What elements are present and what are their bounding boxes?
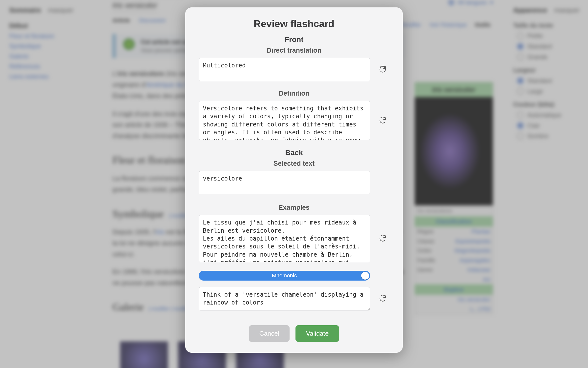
refresh-icon <box>379 66 386 73</box>
refresh-icon <box>379 117 386 124</box>
validate-button[interactable]: Validate <box>295 325 339 342</box>
direct-translation-input[interactable] <box>199 58 370 81</box>
definition-label: Definition <box>199 90 389 97</box>
regenerate-translation-button[interactable] <box>376 66 389 73</box>
selected-text-input[interactable] <box>199 171 370 194</box>
selected-text-label: Selected text <box>199 160 389 167</box>
review-flashcard-modal: Review flashcard Front Direct translatio… <box>185 7 403 353</box>
cancel-button[interactable]: Cancel <box>249 325 290 342</box>
regenerate-definition-button[interactable] <box>376 117 389 124</box>
regenerate-examples-button[interactable] <box>376 235 389 242</box>
mnemonic-toggle-label: Mnemonic <box>272 272 297 279</box>
mnemonic-input[interactable] <box>199 287 370 310</box>
mnemonic-toggle[interactable]: Mnemonic <box>199 271 370 281</box>
examples-label: Examples <box>199 204 389 211</box>
examples-input[interactable] <box>199 215 370 262</box>
toggle-knob <box>361 272 369 280</box>
front-heading: Front <box>199 35 389 44</box>
refresh-icon <box>379 235 386 242</box>
direct-translation-label: Direct translation <box>199 47 389 54</box>
regenerate-mnemonic-button[interactable] <box>376 295 389 302</box>
modal-title: Review flashcard <box>199 18 389 29</box>
refresh-icon <box>379 295 386 302</box>
definition-input[interactable] <box>199 101 370 140</box>
back-heading: Back <box>199 148 389 157</box>
